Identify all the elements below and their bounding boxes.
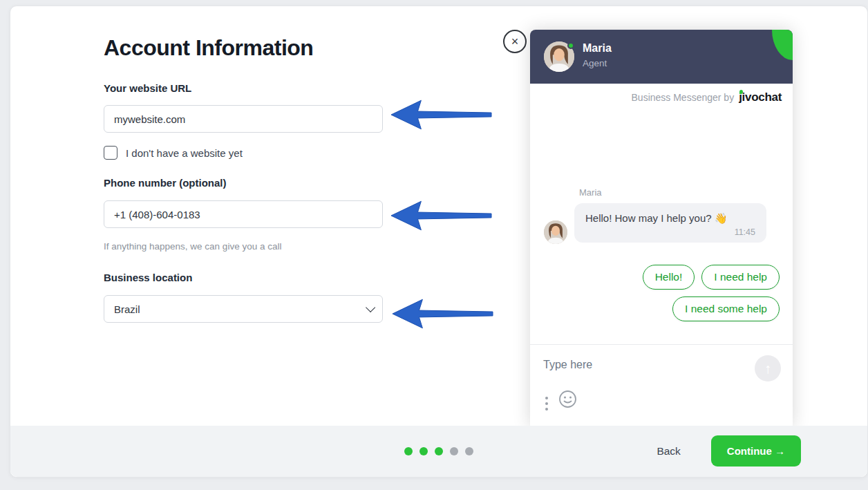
website-url-label: Your website URL <box>104 82 191 94</box>
input-divider <box>530 344 793 345</box>
no-website-checkbox[interactable] <box>104 146 117 160</box>
close-widget-button[interactable]: × <box>503 30 527 53</box>
message-avatar <box>544 220 567 244</box>
phone-label: Phone number (optional) <box>104 177 227 189</box>
more-options-icon[interactable] <box>545 397 548 411</box>
send-arrow-icon: ↑ <box>764 361 771 377</box>
business-location-value: Brazil <box>114 303 140 315</box>
agent-name: Maria <box>583 42 612 55</box>
message-sender-name: Maria <box>579 187 602 198</box>
chat-header: Maria Agent <box>530 30 793 84</box>
leaf-icon <box>772 30 793 60</box>
agent-message-text: Hello! How may I help you? 👋 <box>585 212 755 225</box>
send-button[interactable]: ↑ <box>755 355 781 381</box>
wizard-footer: Back Continue → <box>10 426 867 477</box>
chevron-down-icon <box>366 303 375 312</box>
onboarding-card: Account Information Your website URL I d… <box>10 6 868 478</box>
footer-actions: Back Continue → <box>657 435 801 467</box>
quick-reply-button[interactable]: Hello! <box>643 265 695 290</box>
annotation-arrow-location <box>391 298 493 330</box>
branding-text: Business Messenger by <box>632 92 735 103</box>
progress-dot <box>450 447 458 455</box>
progress-dot <box>404 447 413 455</box>
no-website-checkbox-label: I don't have a website yet <box>126 147 243 159</box>
continue-button[interactable]: Continue → <box>711 435 801 467</box>
close-icon: × <box>511 35 519 48</box>
website-url-input[interactable] <box>104 105 383 133</box>
progress-dot <box>435 447 443 455</box>
quick-reply-button[interactable]: I need some help <box>672 296 780 321</box>
message-timestamp: 11:45 <box>585 227 755 237</box>
annotation-arrow-phone <box>390 200 492 232</box>
phone-input[interactable] <box>104 200 383 228</box>
emoji-picker-icon[interactable] <box>558 390 577 411</box>
progress-dots <box>404 447 473 455</box>
business-location-select[interactable]: Brazil <box>104 295 383 323</box>
jivochat-logo: jivochat <box>739 91 782 104</box>
chat-widget-preview: Maria Agent Business Messenger by jivoch… <box>530 30 793 427</box>
progress-dot <box>465 447 473 455</box>
annotation-arrow-website <box>390 99 492 131</box>
page-title: Account Information <box>104 35 313 61</box>
back-button[interactable]: Back <box>657 445 680 458</box>
quick-replies: Hello!I need helpI need some help <box>632 265 780 321</box>
wave-emoji: 👋 <box>715 212 728 224</box>
no-website-checkbox-row[interactable]: I don't have a website yet <box>104 146 243 160</box>
agent-role: Agent <box>583 58 607 68</box>
chat-message-input[interactable] <box>543 359 744 371</box>
phone-helper-text: If anything happens, we can give you a c… <box>104 241 281 252</box>
business-location-label: Business location <box>104 272 192 283</box>
online-status-dot <box>567 42 574 49</box>
quick-reply-button[interactable]: I need help <box>701 265 780 290</box>
progress-dot <box>419 447 428 455</box>
agent-message-bubble: Hello! How may I help you? 👋 11:45 <box>574 203 766 243</box>
branding-row: Business Messenger by jivochat <box>530 84 793 111</box>
